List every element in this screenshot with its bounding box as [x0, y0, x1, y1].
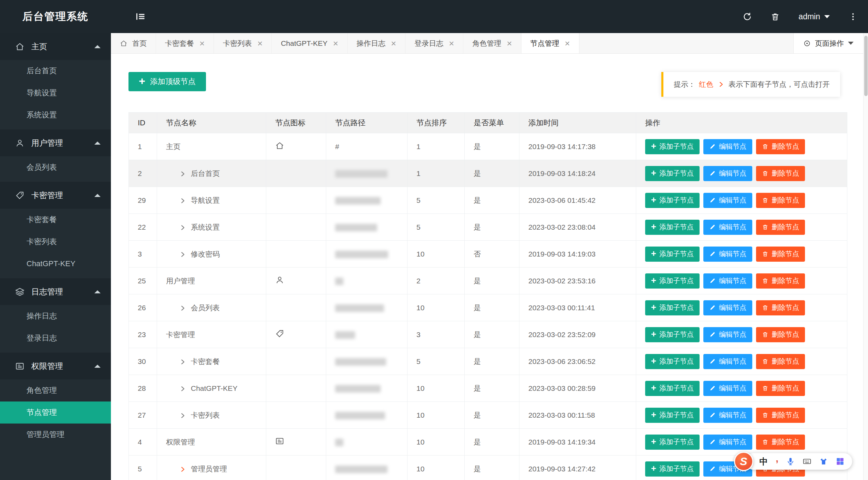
sidebar-section-card-mgmt[interactable]: 卡密管理 [0, 182, 111, 209]
table-row-home: 1主页#1是2019-09-03 14:17:38+添加子节点编辑节点删除节点 [129, 133, 847, 160]
add-child-node-button[interactable]: +添加子节点 [645, 273, 700, 289]
sidebar-item-chatgpt-key[interactable]: ChatGPT-KEY [0, 253, 111, 275]
tab-card-plans[interactable]: 卡密套餐× [156, 33, 214, 53]
edit-node-button[interactable]: 编辑节点 [703, 408, 752, 423]
close-tab-icon[interactable]: × [449, 40, 454, 47]
sidebar-item-system-settings[interactable]: 系统设置 [0, 104, 111, 126]
delete-node-button[interactable]: 删除节点 [756, 300, 805, 315]
sidebar-toggle-icon[interactable] [135, 11, 146, 22]
more-options-icon[interactable] [848, 12, 858, 21]
tab-home[interactable]: 首页 [111, 33, 156, 53]
sidebar-section-user-mgmt[interactable]: 用户管理 [0, 129, 111, 156]
toolbox-icon[interactable] [836, 457, 845, 466]
page-actions-button[interactable]: 页面操作 [793, 33, 863, 53]
close-tab-icon[interactable]: × [391, 40, 396, 47]
chevron-right-icon[interactable] [179, 358, 187, 365]
add-child-node-button[interactable]: +添加子节点 [645, 247, 700, 262]
chevron-right-icon[interactable] [179, 197, 187, 204]
close-tab-icon[interactable]: × [565, 40, 570, 47]
close-tab-icon[interactable]: × [257, 40, 262, 47]
add-child-node-button[interactable]: +添加子节点 [645, 435, 700, 450]
chinese-mode-icon[interactable]: 中 [760, 456, 768, 467]
skin-icon[interactable] [819, 457, 828, 466]
tab-login-logs[interactable]: 登录日志× [405, 33, 463, 53]
add-child-node-button[interactable]: +添加子节点 [645, 381, 700, 396]
sidebar-item-op-logs[interactable]: 操作日志 [0, 305, 111, 327]
keyboard-icon[interactable] [803, 457, 812, 466]
sidebar-item-card-list[interactable]: 卡密列表 [0, 231, 111, 253]
sidebar-item-card-plans[interactable]: 卡密套餐 [0, 209, 111, 231]
sidebar-item-nav-settings[interactable]: 导航设置 [0, 82, 111, 104]
sidebar-item-node-mgmt[interactable]: 节点管理 [0, 401, 111, 424]
edit-node-button[interactable]: 编辑节点 [703, 166, 752, 181]
sidebar-item-role-mgmt[interactable]: 角色管理 [0, 379, 111, 401]
tab-op-logs[interactable]: 操作日志× [348, 33, 405, 53]
delete-node-button[interactable]: 删除节点 [756, 435, 805, 450]
edit-node-button[interactable]: 编辑节点 [703, 273, 752, 289]
tab-node-mgmt[interactable]: 节点管理× [521, 33, 579, 53]
delete-node-button[interactable]: 删除节点 [756, 381, 805, 396]
add-child-node-button[interactable]: +添加子节点 [645, 461, 700, 477]
delete-node-button[interactable]: 删除节点 [756, 273, 805, 289]
chevron-right-icon[interactable] [179, 170, 187, 177]
edit-node-button[interactable]: 编辑节点 [703, 327, 752, 342]
add-child-node-button[interactable]: +添加子节点 [645, 193, 700, 208]
refresh-icon[interactable] [743, 12, 752, 21]
add-child-node-button[interactable]: +添加子节点 [645, 354, 700, 369]
sidebar-item-admin-mgmt[interactable]: 管理员管理 [0, 424, 111, 446]
cell-name: 系统设置 [157, 214, 266, 241]
trash-icon[interactable] [771, 12, 780, 21]
chevron-right-icon[interactable] [179, 305, 187, 312]
punctuation-icon[interactable]: ’ [776, 457, 778, 466]
cell-name: 管理员管理 [157, 456, 266, 480]
table-row-chatgpt-key: 28ChatGPT-KEY10是2023-03-03 00:28:59+添加子节… [129, 375, 847, 402]
sidebar-item-backend-home[interactable]: 后台首页 [0, 60, 111, 82]
add-child-node-button[interactable]: +添加子节点 [645, 220, 700, 235]
edit-node-button[interactable]: 编辑节点 [703, 354, 752, 369]
sidebar-section-perm-mgmt[interactable]: 权限管理 [0, 353, 111, 379]
delete-node-button[interactable]: 删除节点 [756, 193, 805, 208]
delete-node-button[interactable]: 删除节点 [756, 354, 805, 369]
close-tab-icon[interactable]: × [199, 40, 205, 47]
delete-node-button[interactable]: 删除节点 [756, 220, 805, 235]
add-child-node-button[interactable]: +添加子节点 [645, 139, 700, 154]
chevron-right-icon[interactable] [179, 251, 187, 258]
edit-node-button[interactable]: 编辑节点 [703, 139, 752, 154]
add-child-node-button[interactable]: +添加子节点 [645, 300, 700, 315]
delete-node-button[interactable]: 删除节点 [756, 327, 805, 342]
add-child-node-button[interactable]: +添加子节点 [645, 408, 700, 423]
close-tab-icon[interactable]: × [507, 40, 512, 47]
tab-chatgpt-key[interactable]: ChatGPT-KEY× [272, 33, 348, 53]
sidebar-item-login-logs[interactable]: 登录日志 [0, 327, 111, 349]
cell-is-menu: 否 [465, 241, 519, 268]
tab-card-list[interactable]: 卡密列表× [214, 33, 272, 53]
edit-node-button[interactable]: 编辑节点 [703, 193, 752, 208]
sidebar-section-log-mgmt[interactable]: 日志管理 [0, 278, 111, 305]
sogou-logo-icon[interactable]: S [734, 452, 753, 471]
edit-node-button[interactable]: 编辑节点 [703, 220, 752, 235]
tip-label: 提示： [674, 80, 695, 89]
tab-role-mgmt[interactable]: 角色管理× [463, 33, 521, 53]
add-child-node-button[interactable]: +添加子节点 [645, 327, 700, 342]
user-menu[interactable]: admin [798, 12, 830, 21]
chevron-right-icon[interactable] [179, 412, 187, 419]
add-top-node-button[interactable]: + 添加顶级节点 [128, 72, 206, 91]
edit-node-button[interactable]: 编辑节点 [703, 435, 752, 450]
cell-path [326, 241, 407, 268]
voice-input-icon[interactable] [786, 457, 795, 466]
delete-node-button[interactable]: 删除节点 [756, 166, 805, 181]
delete-node-button[interactable]: 删除节点 [756, 247, 805, 262]
edit-node-button[interactable]: 编辑节点 [703, 300, 752, 315]
delete-node-button[interactable]: 删除节点 [756, 139, 805, 154]
edit-node-button[interactable]: 编辑节点 [703, 247, 752, 262]
chevron-right-icon[interactable] [179, 385, 187, 392]
add-child-node-button[interactable]: +添加子节点 [645, 166, 700, 181]
edit-node-button[interactable]: 编辑节点 [703, 381, 752, 396]
delete-node-button[interactable]: 删除节点 [756, 408, 805, 423]
chevron-right-icon[interactable] [179, 466, 187, 473]
close-tab-icon[interactable]: × [333, 40, 338, 47]
sidebar-item-member-list[interactable]: 会员列表 [0, 156, 111, 178]
chevron-right-icon[interactable] [179, 224, 187, 231]
scrollbar-thumb[interactable] [864, 36, 868, 96]
sidebar-section-home[interactable]: 主页 [0, 33, 111, 60]
